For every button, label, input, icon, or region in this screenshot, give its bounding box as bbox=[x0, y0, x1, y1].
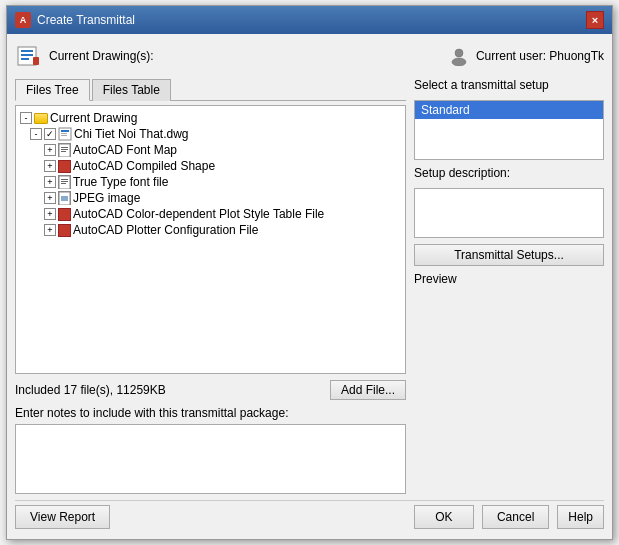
expand-plot-style[interactable]: + bbox=[44, 208, 56, 220]
tree-plot-style-label: AutoCAD Color-dependent Plot Style Table… bbox=[73, 207, 324, 221]
svg-rect-12 bbox=[61, 147, 68, 148]
setup-item-standard[interactable]: Standard bbox=[415, 101, 603, 119]
svg-rect-17 bbox=[61, 181, 68, 182]
doc-icon-font-map bbox=[58, 143, 71, 157]
notes-label: Enter notes to include with this transmi… bbox=[15, 406, 406, 420]
tree-compiled-shape-label: AutoCAD Compiled Shape bbox=[73, 159, 215, 173]
svg-point-5 bbox=[455, 49, 463, 57]
notes-section: Enter notes to include with this transmi… bbox=[15, 406, 406, 494]
doc-icon-jpeg bbox=[58, 191, 71, 205]
status-bar: Included 17 file(s), 11259KB Add File... bbox=[15, 378, 406, 402]
left-panel: Files Tree Files Table - Current Drawing… bbox=[15, 78, 406, 494]
tree-item-plotter-config: + AutoCAD Plotter Configuration File bbox=[16, 222, 405, 238]
expand-plotter-config[interactable]: + bbox=[44, 224, 56, 236]
tab-files-tree[interactable]: Files Tree bbox=[15, 79, 90, 101]
svg-rect-13 bbox=[61, 149, 68, 150]
current-user-section: Current user: PhuongTk bbox=[448, 45, 604, 67]
current-user-label: Current user: PhuongTk bbox=[476, 49, 604, 63]
cancel-button[interactable]: Cancel bbox=[482, 505, 549, 529]
svg-rect-16 bbox=[61, 179, 68, 180]
current-drawing-label: Current Drawing(s): bbox=[49, 49, 154, 63]
view-report-button[interactable]: View Report bbox=[15, 505, 110, 529]
transmittal-setups-button[interactable]: Transmittal Setups... bbox=[414, 244, 604, 266]
drawing-icon bbox=[15, 42, 43, 70]
svg-rect-9 bbox=[61, 133, 67, 134]
svg-rect-20 bbox=[61, 196, 68, 201]
folder-icon bbox=[34, 113, 48, 124]
tab-bar: Files Tree Files Table bbox=[15, 78, 406, 101]
file-tree-panel[interactable]: - Current Drawing - ✓ bbox=[15, 105, 406, 374]
close-button[interactable]: × bbox=[586, 11, 604, 29]
tree-jpeg-label: JPEG image bbox=[73, 191, 140, 205]
dialog-body: Current Drawing(s): Current user: Phuong… bbox=[7, 34, 612, 539]
checkbox-dwg[interactable]: ✓ bbox=[44, 128, 56, 140]
top-section: Current Drawing(s): Current user: Phuong… bbox=[15, 42, 604, 70]
tree-item-dwg: - ✓ Chi Tiet Noi That.dwg bbox=[16, 126, 405, 142]
expand-root[interactable]: - bbox=[20, 112, 32, 124]
tree-item-compiled-shape: + AutoCAD Compiled Shape bbox=[16, 158, 405, 174]
ok-cancel-group: OK Cancel Help bbox=[414, 505, 604, 529]
tree-item-font-map: + AutoCAD Font Map bbox=[16, 142, 405, 158]
add-file-button[interactable]: Add File... bbox=[330, 380, 406, 400]
svg-point-6 bbox=[452, 58, 466, 66]
tree-item-truetype: + True Type font file bbox=[16, 174, 405, 190]
help-button[interactable]: Help bbox=[557, 505, 604, 529]
setup-description-area bbox=[414, 188, 604, 238]
expand-truetype[interactable]: + bbox=[44, 176, 56, 188]
svg-rect-2 bbox=[21, 54, 33, 56]
expand-compiled-shape[interactable]: + bbox=[44, 160, 56, 172]
red-icon-plot-style bbox=[58, 208, 71, 221]
title-bar: A Create Transmittal × bbox=[7, 6, 612, 34]
tree-item-root: - Current Drawing bbox=[16, 110, 405, 126]
create-transmittal-dialog: A Create Transmittal × Current Drawing(s… bbox=[6, 5, 613, 540]
red-icon-plotter-config bbox=[58, 224, 71, 237]
svg-rect-10 bbox=[61, 135, 67, 136]
tree-plotter-config-label: AutoCAD Plotter Configuration File bbox=[73, 223, 258, 237]
preview-label: Preview bbox=[414, 272, 604, 286]
title-bar-left: A Create Transmittal bbox=[15, 12, 135, 28]
svg-rect-8 bbox=[61, 130, 69, 132]
tree-root-label: Current Drawing bbox=[50, 111, 137, 125]
svg-rect-14 bbox=[61, 151, 66, 152]
tab-files-table[interactable]: Files Table bbox=[92, 79, 171, 101]
current-drawing-section: Current Drawing(s): bbox=[15, 42, 154, 70]
expand-font-map[interactable]: + bbox=[44, 144, 56, 156]
setup-label: Select a transmittal setup bbox=[414, 78, 604, 92]
description-label: Setup description: bbox=[414, 166, 604, 180]
tree-item-plot-style: + AutoCAD Color-dependent Plot Style Tab… bbox=[16, 206, 405, 222]
svg-rect-15 bbox=[59, 176, 70, 189]
user-icon bbox=[448, 45, 470, 67]
svg-rect-3 bbox=[21, 58, 29, 60]
doc-icon-truetype bbox=[58, 175, 71, 189]
right-panel: Select a transmittal setup Standard Setu… bbox=[414, 78, 604, 494]
app-icon: A bbox=[15, 12, 31, 28]
tree-truetype-label: True Type font file bbox=[73, 175, 168, 189]
dwg-file-icon bbox=[58, 127, 72, 141]
main-content: Files Tree Files Table - Current Drawing… bbox=[15, 78, 604, 494]
svg-rect-4 bbox=[33, 57, 39, 65]
bottom-buttons: View Report OK Cancel Help bbox=[15, 500, 604, 531]
svg-rect-1 bbox=[21, 50, 33, 52]
red-icon-compiled-shape bbox=[58, 160, 71, 173]
ok-button[interactable]: OK bbox=[414, 505, 474, 529]
expand-dwg[interactable]: - bbox=[30, 128, 42, 140]
file-info: Included 17 file(s), 11259KB bbox=[15, 383, 166, 397]
notes-textarea[interactable] bbox=[15, 424, 406, 494]
svg-rect-11 bbox=[59, 144, 70, 157]
tree-item-jpeg: + JPEG image bbox=[16, 190, 405, 206]
svg-rect-18 bbox=[61, 183, 66, 184]
setup-list[interactable]: Standard bbox=[414, 100, 604, 160]
tree-font-map-label: AutoCAD Font Map bbox=[73, 143, 177, 157]
dialog-title: Create Transmittal bbox=[37, 13, 135, 27]
expand-jpeg[interactable]: + bbox=[44, 192, 56, 204]
tree-dwg-label: Chi Tiet Noi That.dwg bbox=[74, 127, 189, 141]
